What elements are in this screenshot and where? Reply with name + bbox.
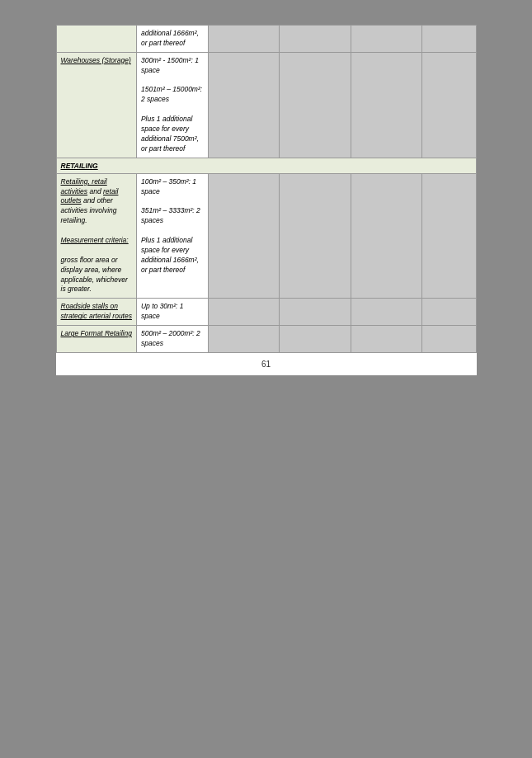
empty-cell-1 xyxy=(208,299,280,326)
empty-cell-1 xyxy=(208,26,280,53)
row-label: Warehouses (Storage) xyxy=(61,56,131,64)
empty-cell-4 xyxy=(422,26,476,53)
empty-cell-2 xyxy=(280,326,351,353)
parking-cell: additional 1666m², or part thereof xyxy=(136,26,208,53)
parking-cell: 100m² – 350m²: 1 space 351m² – 3333m²: 2… xyxy=(136,173,208,299)
empty-cell-3 xyxy=(351,299,422,326)
parking-text: additional 1666m², or part thereof xyxy=(141,29,199,47)
empty-cell-3 xyxy=(351,326,422,353)
table-row: Retailing, retail activities and retail … xyxy=(56,173,476,299)
parking-cell: 500m² – 2000m²: 2 spaces xyxy=(136,326,208,353)
label-cell xyxy=(56,26,136,53)
empty-cell-2 xyxy=(280,52,351,158)
empty-cell-4 xyxy=(422,299,476,326)
row-label: Large Format Retailing xyxy=(61,329,132,337)
row-label: Roadside stalls on strategic arterial ro… xyxy=(61,302,132,320)
table-row-section-header: RETAILING xyxy=(56,158,476,173)
parking-cell: 300m² - 1500m²: 1 space 1501m² – 15000m²… xyxy=(136,52,208,158)
empty-cell-4 xyxy=(422,52,476,158)
empty-cell-4 xyxy=(422,326,476,353)
parking-text: Up to 30m²: 1 space xyxy=(141,302,184,320)
table-row: additional 1666m², or part thereof xyxy=(56,26,476,53)
document-page: additional 1666m², or part thereof Wareh… xyxy=(56,25,477,375)
empty-cell-1 xyxy=(208,326,280,353)
empty-cell-3 xyxy=(351,26,422,53)
section-header-text: RETAILING xyxy=(61,162,98,170)
parking-text: 100m² – 350m²: 1 space 351m² – 3333m²: 2… xyxy=(141,177,200,274)
label-cell: Warehouses (Storage) xyxy=(56,52,136,158)
parking-text: 300m² - 1500m²: 1 space 1501m² – 15000m²… xyxy=(141,56,202,153)
parking-table: additional 1666m², or part thereof Wareh… xyxy=(56,25,477,353)
label-cell: Roadside stalls on strategic arterial ro… xyxy=(56,299,136,326)
row-label: Retailing, retail activities and retail … xyxy=(61,177,129,294)
parking-text: 500m² – 2000m²: 2 spaces xyxy=(141,329,200,347)
empty-cell-4 xyxy=(422,173,476,299)
page-number: 61 xyxy=(56,353,477,375)
empty-cell-3 xyxy=(351,52,422,158)
empty-cell-3 xyxy=(351,173,422,299)
section-header-cell: RETAILING xyxy=(56,158,476,173)
parking-cell: Up to 30m²: 1 space xyxy=(136,299,208,326)
label-cell: Retailing, retail activities and retail … xyxy=(56,173,136,299)
empty-cell-2 xyxy=(280,173,351,299)
empty-cell-1 xyxy=(208,173,280,299)
table-row: Warehouses (Storage) 300m² - 1500m²: 1 s… xyxy=(56,52,476,158)
empty-cell-2 xyxy=(280,26,351,53)
empty-cell-1 xyxy=(208,52,280,158)
table-row: Roadside stalls on strategic arterial ro… xyxy=(56,299,476,326)
label-cell: Large Format Retailing xyxy=(56,326,136,353)
empty-cell-2 xyxy=(280,299,351,326)
table-row: Large Format Retailing 500m² – 2000m²: 2… xyxy=(56,326,476,353)
